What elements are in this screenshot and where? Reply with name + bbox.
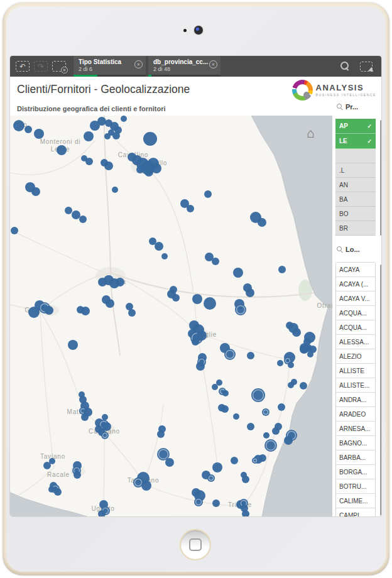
tablet-home-button[interactable] xyxy=(180,529,211,560)
map-bubble[interactable] xyxy=(81,307,90,315)
province-option[interactable]: AN xyxy=(335,178,376,192)
map-bubble[interactable] xyxy=(141,481,151,491)
map-bubble[interactable] xyxy=(277,360,283,366)
map-bubble[interactable] xyxy=(72,210,80,219)
province-filter-header[interactable]: Pr... xyxy=(337,103,358,111)
map-bubble[interactable] xyxy=(288,362,294,368)
clear-selections-button[interactable]: ✕ xyxy=(52,61,66,72)
map-bubble[interactable] xyxy=(197,330,207,341)
map-bubble[interactable] xyxy=(13,120,24,131)
map-bubble[interactable] xyxy=(57,145,67,155)
map-bubble[interactable] xyxy=(79,215,87,223)
map-bubble[interactable] xyxy=(259,454,266,462)
locality-option[interactable]: ACQUA... xyxy=(336,306,375,320)
locality-option[interactable]: ALLISTE xyxy=(336,364,375,378)
province-option[interactable]: BO xyxy=(335,207,376,221)
province-option-selected[interactable]: AP✓ xyxy=(335,119,376,134)
map-bubble[interactable] xyxy=(307,351,313,357)
map-bubble[interactable] xyxy=(68,340,78,350)
locality-option[interactable]: ARNESA... xyxy=(336,422,375,436)
map-bubble[interactable] xyxy=(97,117,106,126)
redo-selection-button[interactable]: ↷ xyxy=(34,61,48,72)
locality-option[interactable]: ALLISTE... xyxy=(336,378,375,393)
map-bubble[interactable] xyxy=(104,133,111,139)
map-bubble[interactable] xyxy=(212,384,218,390)
map-bubble[interactable] xyxy=(212,258,219,265)
map-bubble[interactable] xyxy=(170,286,177,293)
map-bubble[interactable] xyxy=(187,205,194,212)
locality-option[interactable]: BAGNO... xyxy=(336,436,375,450)
locality-list-scrollbar[interactable] xyxy=(380,264,382,516)
map-bubble[interactable] xyxy=(272,427,280,435)
map-home-button[interactable]: ⌂ xyxy=(307,126,315,139)
locality-option[interactable]: ANDRA... xyxy=(336,393,375,407)
map-bubble[interactable] xyxy=(251,388,265,402)
map-bubble[interactable] xyxy=(286,322,293,329)
map-bubble[interactable] xyxy=(155,242,163,251)
map-bubble[interactable] xyxy=(161,253,168,259)
map-bubble[interactable] xyxy=(165,458,174,467)
map-bubble[interactable] xyxy=(300,382,307,390)
map-bubble[interactable] xyxy=(221,405,229,413)
map-bubble[interactable] xyxy=(172,294,180,302)
map-bubble[interactable] xyxy=(116,278,124,286)
map-bubble[interactable] xyxy=(48,486,55,493)
province-option[interactable]: BA xyxy=(335,192,376,207)
locality-option[interactable]: BOTRU... xyxy=(336,479,375,494)
locality-option[interactable]: ACAYA V... xyxy=(336,292,375,306)
selection-tab-db-provincia[interactable]: db_provincia_cc... 2 di 48 ✕ xyxy=(148,56,220,77)
map-bubble[interactable] xyxy=(11,227,18,234)
map-bubble[interactable] xyxy=(65,207,72,214)
map-bubble[interactable] xyxy=(54,488,62,496)
map-bubble[interactable] xyxy=(106,299,114,308)
map-bubble[interactable] xyxy=(258,218,266,227)
map-bubble[interactable] xyxy=(233,268,243,278)
locality-option[interactable]: ARADEO xyxy=(336,407,375,422)
map-canvas[interactable]: noMonteroni diLecceCavallinoLizzanelloGa… xyxy=(10,116,332,517)
map-bubble[interactable] xyxy=(112,132,120,139)
map-bubble[interactable] xyxy=(212,462,222,472)
map-bubble[interactable] xyxy=(128,309,136,317)
map-bubble[interactable] xyxy=(231,457,238,464)
map-bubbles-layer[interactable] xyxy=(10,116,332,517)
close-icon[interactable]: ✕ xyxy=(134,60,143,68)
map-bubble[interactable] xyxy=(34,129,44,139)
map-bubble[interactable] xyxy=(247,352,254,359)
search-icon[interactable] xyxy=(340,62,350,71)
map-bubble[interactable] xyxy=(303,338,311,346)
map-bubble[interactable] xyxy=(278,403,285,411)
province-list-scrollbar[interactable] xyxy=(380,120,382,236)
map-bubble[interactable] xyxy=(192,338,199,346)
map-bubble[interactable] xyxy=(263,432,270,439)
selections-tool-icon[interactable] xyxy=(360,62,373,72)
province-option-selected[interactable]: LE✓ xyxy=(335,134,376,149)
map-bubble[interactable] xyxy=(81,413,89,421)
locality-option[interactable]: BORGA... xyxy=(336,465,375,479)
map-bubble[interactable] xyxy=(136,166,144,173)
map-bubble[interactable] xyxy=(247,423,254,430)
map-bubble[interactable] xyxy=(288,382,294,388)
map-bubble[interactable] xyxy=(112,187,118,193)
map-bubble[interactable] xyxy=(284,436,293,445)
map-bubble[interactable] xyxy=(204,190,212,198)
map-bubble[interactable] xyxy=(222,390,229,396)
map-bubble[interactable] xyxy=(85,158,93,165)
map-bubble[interactable] xyxy=(102,414,108,420)
province-option[interactable] xyxy=(335,149,376,163)
map-bubble[interactable] xyxy=(252,457,258,464)
locality-option[interactable]: BARBA... xyxy=(336,450,375,465)
close-icon[interactable]: ✕ xyxy=(209,60,217,68)
map-bubble[interactable] xyxy=(143,132,157,146)
map-bubble[interactable] xyxy=(24,126,32,133)
map-bubble[interactable] xyxy=(212,499,220,507)
locality-option[interactable]: ACAYA xyxy=(336,263,375,277)
province-option[interactable]: .L xyxy=(335,163,376,178)
map-bubble[interactable] xyxy=(121,116,127,122)
map-bubble[interactable] xyxy=(278,266,286,273)
map-bubble[interactable] xyxy=(104,161,113,170)
map-bubble[interactable] xyxy=(31,187,40,196)
map-bubble[interactable] xyxy=(157,430,165,438)
locality-option[interactable]: CALIME... xyxy=(336,494,375,508)
locality-option[interactable]: CAMPI... xyxy=(336,508,375,517)
locality-option[interactable]: ACQUA... xyxy=(336,320,375,335)
